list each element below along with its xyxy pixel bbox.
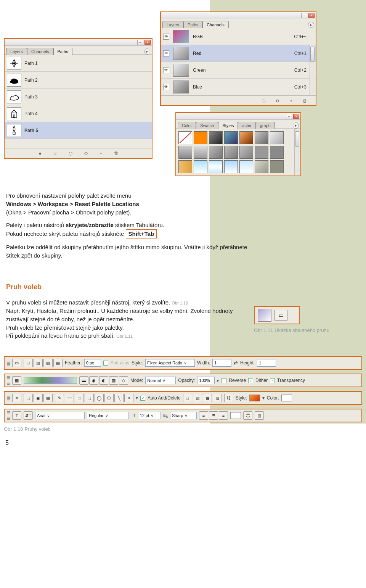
- style-swatch[interactable]: [224, 160, 238, 173]
- load-selection-icon[interactable]: ◌: [261, 98, 267, 104]
- style-swatch[interactable]: [178, 160, 192, 173]
- visibility-eye-icon[interactable]: 👁: [163, 84, 169, 90]
- freeform-pen-icon[interactable]: 〰: [65, 394, 74, 402]
- antialias-select[interactable]: Sharp: [170, 412, 197, 419]
- visibility-eye-icon[interactable]: 👁: [163, 67, 169, 73]
- combine-int-icon[interactable]: ▦: [203, 394, 212, 402]
- rounded-rect-icon[interactable]: ▢: [85, 394, 94, 402]
- channel-row-blue[interactable]: 👁 Blue Ctrl+3: [161, 79, 316, 95]
- trash-icon[interactable]: 🗑: [113, 150, 119, 156]
- custom-shape-icon[interactable]: ✦: [124, 394, 133, 402]
- path-row[interactable]: Path 4: [5, 105, 152, 122]
- tab-swatches[interactable]: Swatch: [196, 122, 218, 129]
- auto-add-delete-checkbox[interactable]: ✓: [140, 396, 145, 401]
- tab-paragraph[interactable]: graph: [256, 122, 275, 129]
- trash-icon[interactable]: 🗑: [302, 98, 308, 104]
- tab-styles[interactable]: Styles: [218, 122, 238, 129]
- titlebar[interactable]: – ×: [161, 12, 316, 19]
- text-color-swatch[interactable]: [230, 412, 241, 419]
- type-tool-icon[interactable]: T: [12, 411, 21, 420]
- style-select[interactable]: Fixed Aspect Ratio: [145, 359, 195, 367]
- line-icon[interactable]: ╲: [114, 394, 124, 402]
- path-row[interactable]: Path 3: [5, 89, 152, 105]
- feather-input[interactable]: [84, 359, 101, 367]
- align-right-icon[interactable]: ≡: [219, 411, 228, 420]
- radial-gradient-icon[interactable]: ◉: [89, 376, 98, 385]
- tab-paths[interactable]: Paths: [183, 21, 202, 28]
- fill-pixels-icon[interactable]: ▦: [43, 394, 53, 402]
- angle-gradient-icon[interactable]: ◐: [99, 376, 108, 385]
- channel-row-red[interactable]: 👁 Red Ctrl+1: [161, 45, 316, 62]
- subtract-selection-icon[interactable]: ▨: [43, 359, 53, 367]
- style-swatch[interactable]: [224, 146, 238, 159]
- opacity-input[interactable]: [197, 377, 215, 384]
- paths-icon[interactable]: ▣: [34, 394, 43, 402]
- scrollbar[interactable]: [294, 129, 300, 175]
- save-selection-icon[interactable]: ◘: [274, 98, 281, 104]
- rectangle-icon[interactable]: ▭: [75, 394, 84, 402]
- style-swatch[interactable]: [224, 131, 238, 144]
- palettes-icon[interactable]: ▤: [255, 411, 264, 420]
- tab-layers[interactable]: Layers: [162, 21, 183, 28]
- channel-row-green[interactable]: 👁 Green Ctrl+2: [161, 62, 316, 79]
- tab-layers[interactable]: Layers: [6, 48, 27, 55]
- link-icon[interactable]: ⛓: [224, 394, 233, 402]
- gradient-preview[interactable]: [24, 377, 77, 384]
- style-swatch[interactable]: [239, 146, 253, 159]
- palette-menu-icon[interactable]: ▸: [293, 122, 299, 129]
- diamond-gradient-icon[interactable]: ◇: [119, 376, 128, 385]
- visibility-eye-icon[interactable]: 👁: [163, 34, 169, 40]
- palette-menu-icon[interactable]: ▸: [308, 22, 314, 28]
- load-selection-icon[interactable]: ◌: [67, 150, 74, 156]
- style-swatch[interactable]: [178, 146, 192, 159]
- style-swatch[interactable]: [239, 160, 253, 173]
- style-swatch[interactable]: [255, 131, 268, 144]
- linear-gradient-icon[interactable]: ▬: [79, 376, 88, 385]
- intersect-selection-icon[interactable]: ▦: [53, 359, 63, 367]
- style-swatch[interactable]: [194, 131, 207, 144]
- close-button[interactable]: ×: [308, 13, 315, 18]
- align-center-icon[interactable]: ≣: [209, 411, 218, 420]
- style-swatch[interactable]: [209, 131, 223, 144]
- make-path-icon[interactable]: ◇: [83, 150, 89, 156]
- ellipse-icon[interactable]: ◯: [95, 394, 104, 402]
- orientation-icon[interactable]: ⇵T: [24, 411, 33, 420]
- style-swatch[interactable]: [270, 131, 284, 144]
- reflected-gradient-icon[interactable]: ▥: [109, 376, 118, 385]
- style-swatch[interactable]: [209, 160, 223, 173]
- visibility-eye-icon[interactable]: 👁: [163, 50, 169, 56]
- gradient-tool-icon[interactable]: ▦: [12, 376, 21, 385]
- font-weight-select[interactable]: Regular: [87, 412, 129, 419]
- style-swatch[interactable]: [194, 160, 207, 173]
- combine-add-icon[interactable]: □: [183, 394, 192, 402]
- fill-path-icon[interactable]: ●: [37, 150, 43, 156]
- palette-menu-icon[interactable]: ▸: [144, 48, 150, 55]
- scrollbar[interactable]: [310, 44, 315, 95]
- shape-layer-icon[interactable]: ▢: [24, 394, 33, 402]
- combine-xor-icon[interactable]: ▨: [213, 394, 222, 402]
- reverse-checkbox[interactable]: [222, 378, 226, 383]
- style-swatch[interactable]: [270, 160, 284, 173]
- grip-handle[interactable]: [7, 376, 10, 385]
- grip-handle[interactable]: [7, 394, 10, 402]
- new-path-icon[interactable]: ▫: [98, 150, 104, 156]
- path-row[interactable]: Path 2: [5, 72, 152, 89]
- polygon-icon[interactable]: ⬠: [104, 394, 114, 402]
- style-swatch[interactable]: [255, 146, 268, 159]
- minimize-button[interactable]: –: [286, 114, 292, 119]
- tab-color[interactable]: Color: [178, 122, 196, 129]
- minimize-button[interactable]: –: [301, 13, 307, 18]
- swap-wh-icon[interactable]: ⇄: [234, 360, 238, 366]
- channel-row-rgb[interactable]: 👁 RGB Ctrl+~: [161, 28, 316, 45]
- style-swatch[interactable]: [194, 146, 207, 159]
- marquee-icon[interactable]: ▭: [274, 310, 287, 321]
- style-swatch[interactable]: [249, 395, 260, 401]
- path-row[interactable]: Path 1: [5, 55, 152, 72]
- warp-text-icon[interactable]: Ⓣ: [243, 411, 252, 420]
- minimize-button[interactable]: –: [137, 40, 143, 45]
- align-left-icon[interactable]: ≡: [199, 411, 208, 420]
- width-input[interactable]: [212, 359, 231, 367]
- marquee-tool-icon[interactable]: ▭: [12, 359, 21, 367]
- combine-sub-icon[interactable]: ▧: [193, 394, 202, 402]
- height-input[interactable]: [257, 359, 276, 367]
